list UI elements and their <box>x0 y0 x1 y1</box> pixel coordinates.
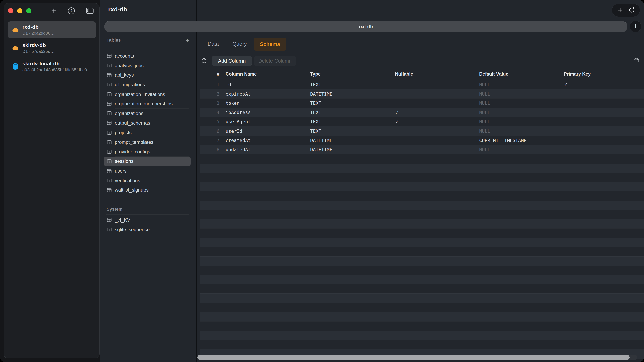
table-item-organization_memberships[interactable]: organization_memberships <box>104 99 190 109</box>
empty-cell <box>307 247 392 256</box>
table-name: d1_migrations <box>115 82 145 87</box>
empty-cell <box>560 312 644 321</box>
table-item-projects[interactable]: projects <box>104 128 190 138</box>
table-icon <box>107 130 112 135</box>
empty-cell <box>560 182 644 191</box>
empty-cell <box>200 173 222 182</box>
refresh-button[interactable] <box>628 7 634 13</box>
table-item-api_keys[interactable]: api_keys <box>104 70 190 80</box>
toggle-sidebar-button[interactable] <box>86 8 94 14</box>
tab-data[interactable]: Data <box>208 34 219 53</box>
header-cell-nullable[interactable]: Nullable <box>392 68 476 80</box>
copy-schema-button[interactable] <box>633 57 640 64</box>
help-button[interactable]: ? <box>68 7 75 14</box>
schema-row-ipAddress[interactable]: 4ipAddressTEXT✓NULL <box>200 108 644 117</box>
view-tabs: Data Query Schema <box>196 34 644 53</box>
table-item-sqlite_sequence[interactable]: sqlite_sequence <box>104 225 190 235</box>
empty-cell <box>222 219 307 228</box>
empty-cell <box>200 210 222 219</box>
table-name: projects <box>115 130 132 135</box>
section-rule <box>105 46 189 46</box>
table-item-users[interactable]: users <box>104 166 190 176</box>
empty-cell <box>560 266 644 275</box>
empty-row <box>200 303 644 312</box>
table-item-analysis_jobs[interactable]: analysis_jobs <box>104 61 190 70</box>
connection-item-skirdv-local-db[interactable]: skirdv-local-dba02a0b2aa143a885bfd6fd65f… <box>8 58 96 75</box>
connection-id: D1 · 20a2dd30… <box>22 31 54 35</box>
row-number: 2 <box>200 89 222 98</box>
table-item-output_schemas[interactable]: output_schemas <box>104 118 190 128</box>
schema-row-createdAt[interactable]: 7createdAtDATETIMECURRENT_TIMESTAMP <box>200 136 644 145</box>
schema-row-userId[interactable]: 6userIdTEXTNULL <box>200 126 644 136</box>
empty-row <box>200 154 644 163</box>
column-name-cell: id <box>222 80 307 89</box>
empty-row <box>200 247 644 256</box>
empty-cell <box>307 266 392 275</box>
default-value-cell: NULL <box>476 108 560 117</box>
add-tab-button[interactable]: + <box>630 20 642 32</box>
empty-cell <box>476 256 560 266</box>
tables-panel: Tables + accountsanalysis_jobsapi_keysd1… <box>100 34 196 362</box>
new-connection-button[interactable] <box>50 8 57 14</box>
header-cell-type[interactable]: Type <box>307 68 392 80</box>
empty-cell <box>560 275 644 284</box>
schema-row-expiresAt[interactable]: 2expiresAtDATETIMENULL <box>200 89 644 98</box>
tab-query[interactable]: Query <box>232 34 247 53</box>
table-item-organization_invitations[interactable]: organization_invitations <box>104 89 190 99</box>
empty-cell <box>392 340 476 349</box>
empty-cell <box>307 331 392 340</box>
toolbar-separator <box>210 56 210 65</box>
tab-schema[interactable]: Schema <box>254 38 286 51</box>
table-item-provider_configs[interactable]: provider_configs <box>104 147 190 157</box>
table-item-accounts[interactable]: accounts <box>104 51 190 61</box>
table-item-prompt_templates[interactable]: prompt_templates <box>104 137 190 147</box>
header-cell-num[interactable]: # <box>200 68 222 80</box>
active-database-tab[interactable]: rxd-db <box>104 21 628 32</box>
empty-cell <box>560 293 644 303</box>
empty-cell <box>222 293 307 303</box>
connection-name: skirdv-db <box>22 42 54 48</box>
table-item-organizations[interactable]: organizations <box>104 109 190 118</box>
empty-cell <box>307 210 392 219</box>
close-window-button[interactable] <box>8 8 13 13</box>
empty-cell <box>392 201 476 210</box>
zoom-window-button[interactable] <box>26 8 32 13</box>
connection-item-rxd-db[interactable]: rxd-dbD1 · 20a2dd30… <box>8 21 96 38</box>
schema-row-id[interactable]: 1idTEXTNULL✓ <box>200 80 644 89</box>
header-cell-default-value[interactable]: Default Value <box>476 68 560 80</box>
table-icon <box>107 218 112 222</box>
table-item-_cf_KV[interactable]: _cf_KV <box>104 215 190 225</box>
empty-cell <box>392 228 476 238</box>
schema-row-userAgent[interactable]: 5userAgentTEXT✓NULL <box>200 117 644 126</box>
table-item-verifications[interactable]: verifications <box>104 176 190 185</box>
horizontal-scrollbar-track[interactable] <box>198 355 637 360</box>
connection-item-skirdv-db[interactable]: skirdv-dbD1 · 57da525d… <box>8 40 96 56</box>
table-item-d1_migrations[interactable]: d1_migrations <box>104 80 190 89</box>
empty-cell <box>392 191 476 201</box>
add-table-button[interactable]: + <box>184 37 191 44</box>
header-cell-column-name[interactable]: Column Name <box>222 68 307 80</box>
table-icon <box>107 102 112 106</box>
new-tab-button[interactable] <box>617 7 623 13</box>
table-item-waitlist_signups[interactable]: waitlist_signups <box>104 185 190 195</box>
add-column-button[interactable]: Add Column <box>212 56 252 66</box>
minimize-window-button[interactable] <box>17 8 22 13</box>
tab-strip: rxd-db + <box>100 19 644 34</box>
type-cell: DATETIME <box>307 145 392 154</box>
delete-column-button[interactable]: Delete Column <box>254 56 296 66</box>
table-item-sessions[interactable]: sessions <box>104 157 190 166</box>
empty-cell <box>476 266 560 275</box>
refresh-icon <box>628 7 634 13</box>
header-cell-primary-key[interactable]: Primary Key <box>560 68 644 80</box>
refresh-schema-button[interactable] <box>201 58 207 64</box>
horizontal-scrollbar-thumb[interactable] <box>198 355 630 360</box>
empty-cell <box>307 163 392 173</box>
workspace: rxd-db rxd-db + <box>100 0 644 362</box>
schema-row-updatedAt[interactable]: 8updatedAtDATETIMENULL <box>200 145 644 154</box>
schema-row-token[interactable]: 3tokenTEXTNULL <box>200 98 644 108</box>
empty-cell <box>560 247 644 256</box>
empty-cell <box>476 331 560 340</box>
connection-id: D1 · 57da525d… <box>22 49 54 54</box>
nullable-cell <box>392 126 476 136</box>
primary-key-cell: ✓ <box>560 80 644 89</box>
